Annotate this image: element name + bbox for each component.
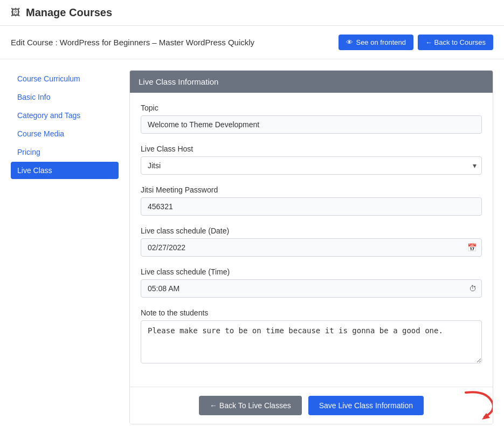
sidebar-item-basic-info[interactable]: Basic Info bbox=[11, 88, 119, 106]
sidebar-item-course-curriculum[interactable]: Course Curriculum bbox=[11, 70, 119, 87]
page-header: 🖼 Manage Courses bbox=[0, 0, 504, 26]
arrow-annotation bbox=[460, 387, 493, 421]
manage-courses-icon: 🖼 bbox=[11, 7, 20, 18]
note-group: Note to the students Please make sure to… bbox=[141, 308, 482, 365]
host-group: Live Class Host Jitsi Zoom Google Meet ▾ bbox=[141, 145, 482, 175]
sidebar-item-pricing[interactable]: Pricing bbox=[11, 143, 119, 161]
sidebar: Course Curriculum Basic Info Category an… bbox=[11, 70, 119, 424]
topic-input[interactable] bbox=[141, 115, 482, 134]
section-header: Live Class Information bbox=[130, 71, 493, 93]
course-title: Edit Course : WordPress for Beginners – … bbox=[11, 38, 254, 47]
sidebar-item-category-tags[interactable]: Category and Tags bbox=[11, 107, 119, 124]
main-layout: Course Curriculum Basic Info Category an… bbox=[0, 59, 504, 426]
time-label: Live class schedule (Time) bbox=[141, 267, 482, 276]
password-group: Jitsi Meeting Password bbox=[141, 185, 482, 216]
host-label: Live Class Host bbox=[141, 145, 482, 153]
page-title: Manage Courses bbox=[26, 6, 112, 19]
sidebar-item-live-class[interactable]: Live Class bbox=[11, 162, 119, 179]
note-textarea[interactable]: Please make sure to be on time because i… bbox=[141, 320, 482, 363]
back-to-live-classes-button[interactable]: ← Back To Live Classes bbox=[199, 396, 302, 415]
topic-label: Topic bbox=[141, 104, 482, 112]
eye-icon: 👁 bbox=[346, 38, 353, 46]
password-input[interactable] bbox=[141, 197, 482, 216]
time-input-wrapper: ⏱ bbox=[141, 279, 482, 298]
password-label: Jitsi Meeting Password bbox=[141, 185, 482, 194]
date-label: Live class schedule (Date) bbox=[141, 226, 482, 235]
topic-group: Topic bbox=[141, 104, 482, 134]
time-input[interactable] bbox=[141, 279, 482, 298]
host-select-wrapper: Jitsi Zoom Google Meet ▾ bbox=[141, 156, 482, 175]
back-to-courses-button[interactable]: ← Back to Courses bbox=[418, 35, 493, 50]
date-input[interactable] bbox=[141, 238, 482, 257]
content-area: Live Class Information Topic Live Class … bbox=[129, 70, 493, 424]
time-group: Live class schedule (Time) ⏱ bbox=[141, 267, 482, 298]
sub-header: Edit Course : WordPress for Beginners – … bbox=[0, 26, 504, 59]
save-live-class-button[interactable]: Save Live Class Information bbox=[308, 396, 424, 415]
see-on-frontend-button[interactable]: 👁 See on frontend bbox=[339, 35, 413, 50]
sub-header-buttons: 👁 See on frontend ← Back to Courses bbox=[339, 35, 493, 50]
date-input-wrapper: 📅 bbox=[141, 238, 482, 257]
sidebar-item-course-media[interactable]: Course Media bbox=[11, 125, 119, 142]
note-label: Note to the students bbox=[141, 308, 482, 317]
date-group: Live class schedule (Date) 📅 bbox=[141, 226, 482, 257]
red-arrow-icon bbox=[460, 387, 493, 420]
host-select[interactable]: Jitsi Zoom Google Meet bbox=[141, 156, 482, 175]
form-footer: ← Back To Live Classes Save Live Class I… bbox=[130, 387, 493, 424]
form-area: Topic Live Class Host Jitsi Zoom Google … bbox=[130, 93, 493, 387]
